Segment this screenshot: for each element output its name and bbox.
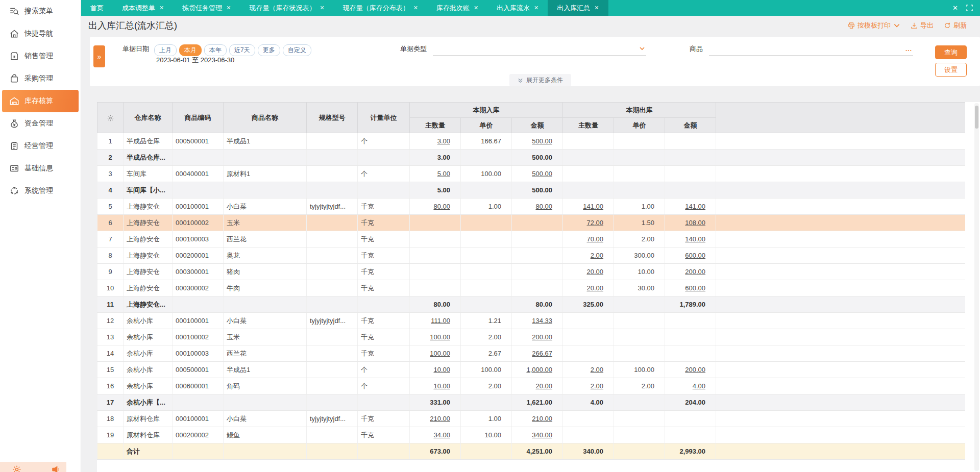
drill-down-link[interactable]: 100.00 (430, 333, 450, 341)
drill-down-link[interactable]: 2.00 (591, 252, 603, 259)
tab-stock-status[interactable]: 现存量（库存状况表）✕ (240, 0, 333, 16)
drill-down-link[interactable]: 210.00 (430, 415, 450, 423)
drill-down-link[interactable]: 200.00 (685, 268, 705, 276)
drill-down-link[interactable]: 140.00 (685, 235, 705, 243)
drill-down-link[interactable]: 1,000.00 (526, 366, 552, 374)
table-row[interactable]: 10上海静安仓000300002牛肉千克20.0030.00600.00 (97, 280, 965, 296)
tab-close-icon[interactable]: ✕ (594, 5, 599, 11)
drill-down-link[interactable]: 20.00 (535, 382, 552, 390)
tab-close-icon[interactable]: ✕ (159, 5, 164, 11)
drill-down-link[interactable]: 200.00 (532, 333, 552, 341)
vertical-scrollbar[interactable] (974, 103, 979, 471)
tab-close-icon[interactable]: ✕ (474, 5, 478, 11)
column-settings-gear-icon[interactable] (107, 114, 114, 122)
sidebar-item-base-info[interactable]: 基础信息 (0, 157, 81, 180)
drill-down-link[interactable]: 3.00 (437, 137, 450, 145)
sidebar-item-purchase[interactable]: 采购管理 (0, 67, 81, 90)
sidebar-item-system[interactable]: 系统管理 (0, 180, 81, 202)
collapse-filter-button[interactable]: » (93, 45, 105, 67)
drill-down-link[interactable]: 2.00 (591, 382, 603, 390)
date-pill[interactable]: 近7天 (229, 44, 255, 56)
date-range-value[interactable]: 2023-06-01 至 2023-06-30 (156, 56, 234, 65)
drill-down-link[interactable]: 600.00 (685, 252, 705, 259)
total-row[interactable]: 合计673.004,251.00340.002,993.00 (97, 443, 965, 460)
date-pill[interactable]: 上月 (154, 44, 177, 56)
date-pill[interactable]: 更多 (258, 44, 280, 56)
drill-down-link[interactable]: 600.00 (685, 284, 705, 292)
settings-button[interactable]: 设置 (935, 63, 967, 77)
drill-down-link[interactable]: 10.00 (433, 382, 450, 390)
table-row[interactable]: 4车间库【小...5.00500.00 (97, 182, 965, 198)
sidebar-item-quick-nav[interactable]: 快捷导航 (0, 22, 81, 45)
drill-down-link[interactable]: 108.00 (685, 219, 705, 227)
tab-close-icon[interactable]: ✕ (534, 5, 538, 11)
drill-down-link[interactable]: 141.00 (685, 203, 705, 210)
drill-down-link[interactable]: 4.00 (693, 382, 705, 390)
drill-down-link[interactable]: 70.00 (586, 235, 603, 243)
tab-home[interactable]: 首页 (81, 0, 113, 16)
tab-stock-distribution[interactable]: 现存量（库存分布表）✕ (334, 0, 427, 16)
drill-down-link[interactable]: 210.00 (532, 415, 552, 423)
drill-down-link[interactable]: 10.00 (433, 366, 450, 374)
search-button[interactable]: 查询 (935, 45, 967, 59)
date-pill[interactable]: 自定义 (283, 44, 311, 56)
drill-down-link[interactable]: 20.00 (586, 268, 603, 276)
drill-down-link[interactable]: 111.00 (431, 317, 450, 325)
drill-down-link[interactable]: 20.00 (586, 284, 603, 292)
date-pill[interactable]: 本年 (204, 44, 227, 56)
drill-down-link[interactable]: 141.00 (583, 203, 603, 210)
table-row[interactable]: 17余杭小库【...331.001,621.004.00204.00 (97, 394, 965, 411)
drill-down-link[interactable]: 500.00 (532, 137, 552, 145)
tab-picking-task[interactable]: 拣货任务管理✕ (173, 0, 240, 16)
table-row[interactable]: 7上海静安仓000100003西兰花千克70.002.00140.00 (97, 231, 965, 247)
table-row[interactable]: 11上海静安仓...80.0080.00325.001,789.00 (97, 296, 965, 313)
date-pill[interactable]: 本月 (179, 44, 202, 56)
sidebar-item-funds[interactable]: 资金管理 (0, 112, 81, 135)
table-row[interactable]: 15余杭小库000500001半成品1个10.00100.001,000.002… (97, 362, 965, 378)
tab-inout-flow[interactable]: 出入库流水✕ (487, 0, 548, 16)
table-row[interactable]: 19原材料仓库000200002鳗鱼千克34.0010.00340.00 (97, 427, 965, 443)
sidebar-item-operation[interactable]: 经营管理 (0, 135, 81, 157)
tab-stock-batch[interactable]: 库存批次账✕ (427, 0, 487, 16)
print-by-template-button[interactable]: 按模板打印 (848, 21, 900, 30)
drill-down-link[interactable]: 2.00 (591, 366, 603, 374)
drill-down-link[interactable]: 80.00 (433, 203, 450, 210)
table-row[interactable]: 9上海静安仓000300001猪肉千克20.0010.00200.00 (97, 264, 965, 280)
sidebar-item-search-menu[interactable]: 搜索菜单 (0, 0, 81, 22)
table-row[interactable]: 2半成品仓库...3.00500.00 (97, 150, 965, 166)
megaphone-icon[interactable] (51, 465, 60, 472)
drill-down-link[interactable]: 5.00 (437, 170, 450, 178)
sidebar-item-sales[interactable]: 销售管理 (0, 45, 81, 67)
table-row[interactable]: 13余杭小库000100002玉米千克100.002.00200.00 (97, 329, 965, 345)
tab-inout-summary[interactable]: 出入库汇总✕ (548, 0, 608, 16)
expand-more-conditions-button[interactable]: 展开更多条件 (509, 74, 571, 86)
tab-close-icon[interactable]: ✕ (320, 5, 324, 11)
product-picker-button[interactable]: ... (905, 45, 912, 53)
fullscreen-icon[interactable] (966, 5, 973, 11)
drill-down-link[interactable]: 80.00 (535, 203, 552, 210)
drill-down-link[interactable]: 72.00 (586, 219, 603, 227)
table-row[interactable]: 18原材料仓库000100001小白菜tyjyjtyjtyjdf...千克210… (97, 411, 965, 427)
table-row[interactable]: 1半成品仓库000500001半成品1个3.00166.67500.00 (97, 133, 965, 150)
drill-down-link[interactable]: 266.67 (532, 350, 552, 357)
drill-down-link[interactable]: 500.00 (532, 170, 552, 178)
drill-down-link[interactable]: 200.00 (685, 366, 705, 374)
doc-type-input[interactable] (433, 44, 646, 56)
table-row[interactable]: 8上海静安仓000200001奥龙千克2.00300.00600.00 (97, 247, 965, 264)
doc-type-caret-icon[interactable] (639, 45, 645, 53)
close-icon[interactable]: ✕ (952, 4, 958, 12)
product-input[interactable] (709, 44, 913, 56)
drill-down-link[interactable]: 100.00 (430, 350, 450, 357)
sidebar-item-inventory-accounting[interactable]: 库存核算 (2, 90, 79, 112)
table-row[interactable]: 14余杭小库000100003西兰花千克100.002.67266.67 (97, 345, 965, 362)
refresh-button[interactable]: 刷新 (944, 21, 967, 30)
drill-down-link[interactable]: 34.00 (433, 431, 450, 439)
scrollbar-thumb[interactable] (975, 106, 978, 129)
tab-close-icon[interactable]: ✕ (226, 5, 231, 11)
drill-down-link[interactable]: 134.33 (532, 317, 552, 325)
table-row[interactable]: 16余杭小库000600001角码个10.002.0020.002.002.00… (97, 378, 965, 394)
export-button[interactable]: 导出 (911, 21, 934, 30)
table-row[interactable]: 6上海静安仓000100002玉米千克72.001.50108.00 (97, 215, 965, 231)
table-row[interactable]: 3车间库000400001原材料1个5.00100.00500.00 (97, 166, 965, 182)
gear-icon[interactable] (12, 465, 21, 472)
